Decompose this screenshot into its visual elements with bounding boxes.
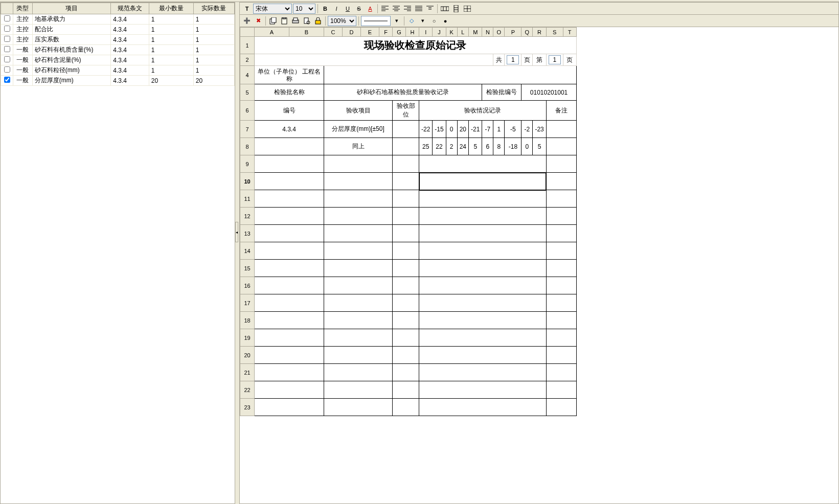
data-loc[interactable] (393, 294, 419, 312)
data-val[interactable]: -7 (482, 121, 493, 138)
data-item[interactable] (324, 399, 393, 416)
data-val[interactable]: -5 (505, 121, 521, 138)
col-header[interactable]: C (324, 28, 343, 37)
data-item[interactable] (324, 208, 393, 225)
insert-row-icon[interactable]: ➕ (242, 16, 252, 26)
line-style-select[interactable] (361, 16, 391, 26)
data-val[interactable]: -15 (433, 121, 446, 138)
data-note[interactable] (546, 190, 576, 208)
data-item[interactable] (324, 173, 393, 190)
batch-num-value[interactable]: 01010201001 (521, 84, 576, 101)
row-header[interactable]: 20 (240, 347, 255, 364)
col-header[interactable]: J (433, 28, 446, 37)
data-loc[interactable] (393, 121, 419, 138)
font-color-button[interactable]: A (365, 4, 375, 14)
row-header[interactable]: 16 (240, 277, 255, 294)
data-num[interactable] (255, 190, 324, 208)
col-header[interactable]: K (446, 28, 457, 37)
merge-all-icon[interactable] (462, 4, 472, 14)
data-note[interactable] (546, 242, 576, 260)
page-total-input[interactable] (505, 54, 521, 66)
data-rec[interactable] (419, 225, 547, 242)
col-header[interactable]: S (546, 28, 563, 37)
data-val[interactable]: 1 (493, 121, 505, 138)
data-rec[interactable] (419, 312, 547, 329)
data-loc[interactable] (393, 347, 419, 364)
row-header[interactable]: 14 (240, 242, 255, 260)
data-val[interactable]: -22 (419, 121, 433, 138)
row-checkbox[interactable] (4, 36, 10, 42)
data-val[interactable]: 8 (493, 138, 505, 155)
data-item[interactable] (324, 329, 393, 347)
row-header[interactable]: 13 (240, 225, 255, 242)
lock-icon[interactable] (313, 16, 323, 26)
grid-row[interactable]: 主控 地基承载力 4.3.4 1 1 (1, 14, 235, 25)
col-header[interactable]: F (379, 28, 393, 37)
data-item[interactable] (324, 294, 393, 312)
data-loc[interactable] (393, 155, 419, 173)
col-min[interactable]: 最小数量 (149, 3, 193, 14)
data-rec[interactable] (419, 155, 547, 173)
data-item[interactable] (324, 312, 393, 329)
grid-row[interactable]: 一般 分层厚度(mm) 4.3.4 20 20 (1, 76, 235, 86)
data-item[interactable]: 同上 (324, 138, 393, 155)
row-header[interactable]: 10 (240, 173, 255, 190)
data-note[interactable] (546, 208, 576, 225)
data-note[interactable] (546, 294, 576, 312)
merge-v-icon[interactable] (451, 4, 461, 14)
col-header[interactable]: A (255, 28, 289, 37)
data-item[interactable]: 分层厚度(mm)[±50] (324, 121, 393, 138)
data-val[interactable]: 5 (533, 138, 546, 155)
row-header[interactable]: 4 (240, 66, 255, 84)
data-num[interactable] (255, 381, 324, 399)
row-header[interactable]: 8 (240, 138, 255, 155)
data-val[interactable]: 24 (457, 138, 468, 155)
data-rec[interactable] (419, 294, 547, 312)
dropdown-arrow-icon[interactable]: ▾ (392, 16, 402, 26)
row-header[interactable]: 23 (240, 399, 255, 416)
splitter-handle[interactable]: ◂ (235, 222, 238, 242)
data-item[interactable] (324, 260, 393, 277)
data-val[interactable]: 0 (446, 121, 457, 138)
grid-row[interactable]: 主控 压实系数 4.3.4 1 1 (1, 35, 235, 45)
data-rec[interactable] (419, 208, 547, 225)
data-val[interactable]: -21 (469, 121, 482, 138)
row-header[interactable]: 17 (240, 294, 255, 312)
data-note[interactable] (546, 121, 576, 138)
shape-square-icon[interactable]: ◇ (406, 16, 417, 26)
data-loc[interactable] (393, 260, 419, 277)
data-loc[interactable] (393, 329, 419, 347)
data-item[interactable] (324, 347, 393, 364)
data-rec[interactable] (419, 260, 547, 277)
data-note[interactable] (546, 225, 576, 242)
data-rec[interactable] (419, 173, 547, 190)
row-header[interactable]: 22 (240, 381, 255, 399)
data-num[interactable] (255, 399, 324, 416)
dropdown-arrow-icon[interactable]: ▾ (418, 16, 428, 26)
data-note[interactable] (546, 260, 576, 277)
data-rec[interactable] (419, 399, 547, 416)
data-loc[interactable] (393, 277, 419, 294)
col-header[interactable]: I (419, 28, 433, 37)
row-header[interactable]: 15 (240, 260, 255, 277)
data-val[interactable]: -2 (521, 121, 533, 138)
row-header[interactable]: 12 (240, 208, 255, 225)
data-note[interactable] (546, 329, 576, 347)
data-loc[interactable] (393, 173, 419, 190)
align-right-icon[interactable] (402, 4, 413, 14)
align-left-icon[interactable] (380, 4, 390, 14)
shape-dot-icon[interactable]: ● (440, 16, 450, 26)
data-item[interactable] (324, 381, 393, 399)
col-act[interactable]: 实际数量 (193, 3, 234, 14)
data-val[interactable]: 25 (419, 138, 433, 155)
data-val[interactable]: -23 (533, 121, 546, 138)
items-grid[interactable]: 类型 项目 规范条文 最小数量 实际数量 主控 地基承载力 4.3.4 1 1 … (1, 3, 235, 503)
data-num[interactable] (255, 347, 324, 364)
row-header[interactable]: 6 (240, 101, 255, 121)
data-loc[interactable] (393, 399, 419, 416)
data-num[interactable] (255, 225, 324, 242)
data-rec[interactable] (419, 364, 547, 381)
col-header[interactable]: Q (521, 28, 533, 37)
delete-row-icon[interactable]: ✖ (253, 16, 263, 26)
data-note[interactable] (546, 277, 576, 294)
